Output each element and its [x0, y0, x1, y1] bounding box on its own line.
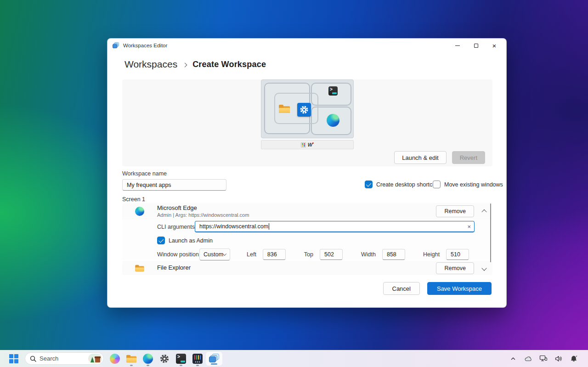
- breadcrumb-chevron-icon: [183, 62, 187, 67]
- tray-onedrive[interactable]: [522, 352, 534, 366]
- app-subtitle: Admin | Args: https://windowscentral.com: [157, 212, 249, 218]
- workspaces-editor-window: Workspaces Editor × Workspaces Create Wo…: [107, 38, 507, 308]
- breadcrumb-workspaces[interactable]: Workspaces: [124, 59, 177, 70]
- running-indicator: [180, 365, 182, 366]
- close-button[interactable]: ×: [485, 39, 503, 52]
- taskbar-copilot[interactable]: [107, 350, 123, 367]
- titlebar[interactable]: Workspaces Editor ×: [107, 39, 506, 52]
- taskbar-file-explorer[interactable]: [123, 350, 140, 367]
- revert-button[interactable]: Revert: [452, 151, 485, 164]
- text-caret: [269, 223, 269, 230]
- launch-as-admin-checkbox[interactable]: [157, 237, 165, 244]
- minimize-button[interactable]: [448, 39, 467, 52]
- move-existing-windows-option[interactable]: Move existing windows: [433, 181, 503, 188]
- taskbar-terminal[interactable]: >: [173, 350, 189, 367]
- width-label: Width: [361, 251, 376, 258]
- running-indicator: [147, 365, 149, 366]
- cancel-button[interactable]: Cancel: [383, 282, 420, 295]
- windows-logo-icon: [9, 354, 18, 363]
- app-name: Microsoft Edge: [157, 204, 249, 212]
- workspace-preview-panel: > W Launch & edit Revert: [122, 79, 492, 166]
- search-icon: [30, 356, 36, 362]
- mini-app-icon-2: W: [308, 142, 314, 147]
- tray-chevron-up[interactable]: [507, 352, 519, 366]
- cli-arguments-value: https://windowscentral.com: [199, 223, 268, 230]
- speaker-icon: [555, 356, 562, 362]
- running-indicator: [130, 365, 133, 366]
- edge-icon: [143, 354, 153, 364]
- taskbar-search[interactable]: [25, 352, 104, 365]
- taskbar: >: [0, 350, 588, 367]
- top-label: Top: [304, 251, 313, 258]
- terminal-icon: >: [176, 354, 186, 364]
- desktop-wallpaper: Workspaces Editor × Workspaces Create Wo…: [0, 0, 588, 367]
- close-icon: ×: [492, 42, 497, 49]
- copilot-icon: [110, 354, 120, 364]
- expand-chevron-icon[interactable]: [481, 265, 486, 271]
- tray-network[interactable]: [537, 352, 549, 366]
- create-desktop-shortcut-checkbox[interactable]: [365, 181, 373, 188]
- app-row-microsoft-edge[interactable]: Microsoft Edge Admin | Args: https://win…: [122, 203, 492, 220]
- screen-label: Screen 1: [122, 196, 145, 203]
- mini-app-icon-1: [301, 142, 306, 147]
- cloud-icon: [525, 356, 532, 362]
- taskbar-media-app[interactable]: [189, 350, 206, 367]
- remove-file-explorer-button[interactable]: Remove: [436, 262, 474, 274]
- settings-icon: [297, 103, 311, 117]
- remove-edge-button[interactable]: Remove: [436, 205, 474, 217]
- taskbar-settings[interactable]: [156, 350, 173, 367]
- launch-and-edit-button[interactable]: Launch & edit: [394, 151, 447, 164]
- file-explorer-icon: [135, 265, 144, 271]
- height-label: Height: [423, 251, 440, 258]
- maximize-button[interactable]: [467, 39, 485, 52]
- search-input[interactable]: [40, 355, 81, 362]
- height-input[interactable]: [446, 249, 469, 260]
- move-existing-windows-label: Move existing windows: [444, 181, 503, 188]
- file-explorer-icon: [126, 355, 136, 362]
- launch-as-admin-label: Launch as Admin: [169, 237, 213, 244]
- breadcrumb: Workspaces Create Workspace: [124, 59, 266, 70]
- active-running-indicator: [211, 363, 217, 365]
- workspace-name-input[interactable]: [122, 179, 226, 191]
- edge-icon: [135, 207, 144, 216]
- media-app-icon: [192, 354, 203, 364]
- move-existing-windows-checkbox[interactable]: [433, 181, 441, 188]
- app-row-file-explorer[interactable]: File Explorer Remove: [122, 261, 492, 275]
- start-button[interactable]: [6, 350, 22, 367]
- save-workspace-button[interactable]: Save Workspace: [427, 282, 492, 295]
- top-input[interactable]: [320, 249, 343, 260]
- terminal-icon: >: [328, 86, 338, 96]
- network-icon: [539, 355, 548, 362]
- app-list: Microsoft Edge Admin | Args: https://win…: [122, 203, 492, 275]
- taskbar-workspaces[interactable]: [206, 352, 222, 366]
- monitor-preview: >: [261, 79, 354, 138]
- bell-icon: [570, 355, 577, 362]
- widgets-thumbnail-icon[interactable]: [88, 354, 102, 363]
- running-indicator: [196, 365, 199, 366]
- scrollbar-thumb[interactable]: [490, 203, 491, 262]
- page-title: Create Workspace: [192, 60, 266, 69]
- launch-as-admin-option[interactable]: Launch as Admin: [157, 237, 492, 244]
- workspaces-app-icon: [113, 42, 119, 49]
- window-title: Workspaces Editor: [123, 43, 167, 48]
- chevron-up-icon: [510, 356, 516, 361]
- create-desktop-shortcut-option[interactable]: Create desktop shortcut: [365, 181, 437, 188]
- taskbar-edge[interactable]: [140, 350, 156, 367]
- width-input[interactable]: [382, 249, 405, 260]
- clear-input-icon[interactable]: ×: [467, 224, 471, 230]
- tray-volume[interactable]: [553, 352, 565, 366]
- edge-icon: [327, 114, 339, 127]
- window-position-label: Window position: [157, 251, 199, 258]
- create-desktop-shortcut-label: Create desktop shortcut: [376, 181, 437, 188]
- workspaces-app-icon: [209, 354, 220, 363]
- tray-notifications[interactable]: [568, 352, 580, 366]
- maximize-icon: [474, 44, 478, 48]
- edge-detail-panel: CLI arguments https://windowscentral.com…: [122, 220, 492, 260]
- left-input[interactable]: [263, 249, 286, 260]
- collapse-chevron-icon[interactable]: [481, 209, 486, 215]
- window-position-value: Custom: [204, 251, 223, 258]
- app-name: File Explorer: [157, 264, 191, 271]
- cli-arguments-label: CLI arguments: [157, 224, 195, 230]
- cli-arguments-input[interactable]: https://windowscentral.com ×: [195, 221, 475, 232]
- window-position-dropdown[interactable]: Custom: [199, 248, 230, 260]
